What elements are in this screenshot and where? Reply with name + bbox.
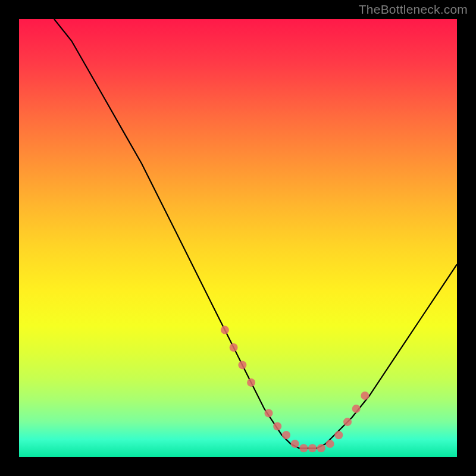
highlight-point — [291, 440, 299, 448]
bottleneck-curve-path — [54, 19, 457, 448]
chart-svg — [19, 19, 457, 457]
highlight-point — [352, 405, 361, 413]
bottleneck-chart — [19, 19, 457, 457]
highlight-point — [326, 440, 334, 448]
highlight-point — [282, 431, 290, 439]
highlight-point — [221, 326, 229, 334]
highlighted-points-group — [221, 326, 369, 453]
highlight-point — [334, 431, 343, 439]
highlight-point — [343, 418, 352, 426]
highlight-point — [308, 444, 317, 452]
highlight-point — [238, 361, 246, 369]
highlight-point — [247, 378, 255, 387]
highlight-point — [230, 343, 238, 352]
highlight-point — [317, 444, 325, 452]
attribution-label: TheBottleneck.com — [359, 2, 468, 17]
highlight-point — [265, 409, 273, 417]
highlight-point — [361, 392, 369, 400]
highlight-point — [299, 444, 308, 452]
highlight-point — [273, 422, 281, 431]
